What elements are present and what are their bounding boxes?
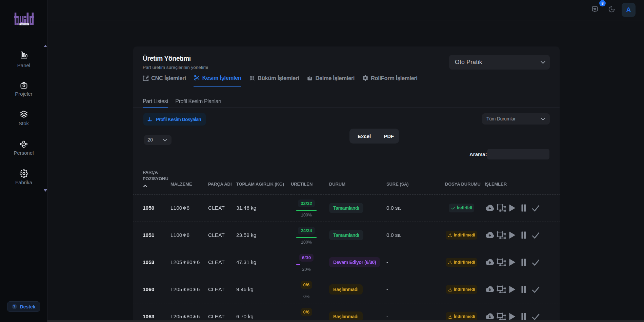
svg-text:ORG + PRO: ORG + PRO: [21, 24, 27, 25]
